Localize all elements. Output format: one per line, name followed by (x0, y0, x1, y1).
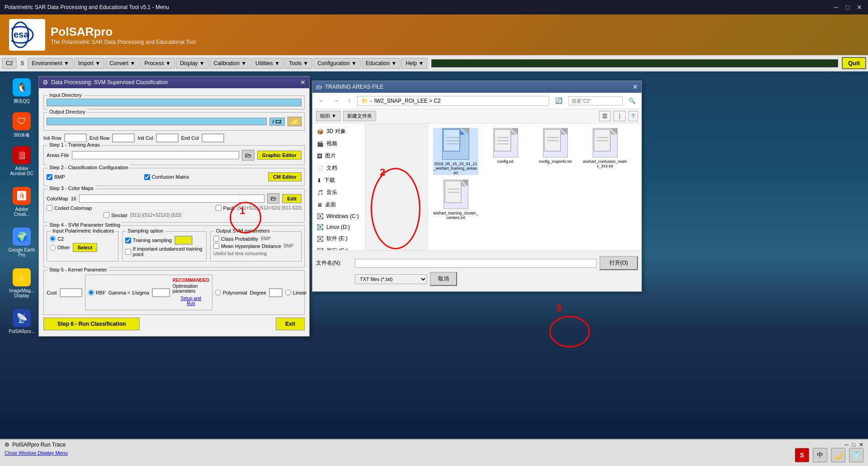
desktop-icon-360[interactable]: 🛡 360杀毒 (8, 112, 35, 138)
menu-tools[interactable]: Tools ▼ (285, 58, 312, 69)
gamma-field[interactable]: 1.0 (152, 288, 170, 297)
file-config[interactable]: config.txt (483, 128, 528, 175)
other-radio[interactable] (50, 245, 56, 251)
menu-calibration[interactable]: Calibration ▼ (210, 58, 251, 69)
menu-help[interactable]: Help ▼ (401, 58, 428, 69)
statusbar-close-btn[interactable]: ✕ (859, 442, 863, 448)
graphic-editor-btn[interactable]: Graphic Editor (257, 151, 302, 160)
sidebar-item-desktop[interactable]: 🖥 桌面 (312, 199, 365, 211)
sidebar-item-pics[interactable]: 🖼 图片 (312, 150, 365, 162)
menu-utilities[interactable]: Utilities ▼ (251, 58, 284, 69)
fb-details-btn[interactable]: ⋮ (613, 111, 626, 121)
fb-forward-btn[interactable]: → (330, 95, 342, 106)
desktop-icon-adobe[interactable]: 🅰 Adobe Creati... (8, 187, 35, 217)
training-sampling-checkbox[interactable] (125, 238, 131, 243)
fb-organize-btn[interactable]: 组织 ▼ (316, 111, 340, 121)
statusbar-maximize-btn[interactable]: □ (852, 442, 855, 448)
coded-colormap-checkbox-label[interactable]: Coded Colormap (47, 205, 92, 211)
confusion-matrix-label[interactable]: Confusion Matrix (144, 174, 189, 180)
desktop-icon-polsarpro[interactable]: 📡 PolSARpro... (8, 309, 35, 334)
select-button[interactable]: Select (73, 243, 97, 252)
close-button[interactable]: ✕ (855, 3, 863, 11)
fb-new-folder-btn[interactable]: 新建文件夹 (343, 111, 376, 121)
init-row-field[interactable]: 1 (64, 133, 87, 143)
output-browse-btn[interactable]: 📁 (288, 117, 302, 126)
fb-refresh-btn[interactable]: 🔄 (552, 95, 566, 106)
class-prob-checkbox[interactable] (213, 236, 219, 242)
fb-search-btn[interactable]: 🔍 (625, 95, 639, 106)
c2-badge[interactable]: C2 (2, 58, 17, 69)
fb-up-btn[interactable]: ↑ (345, 95, 354, 106)
sinclair-checkbox[interactable] (104, 212, 109, 218)
sidebar-item-music[interactable]: 🎵 音乐 (312, 186, 365, 199)
pauli-checkbox-label[interactable]: Pauli (216, 205, 234, 211)
svm-dialog-close[interactable]: ✕ (300, 79, 306, 86)
sidebar-item-software[interactable]: 💽 软件 (E:) (312, 233, 365, 245)
systray-icon-s[interactable]: S (795, 448, 809, 462)
menu-convert[interactable]: Convert ▼ (105, 58, 139, 69)
pauli-checkbox[interactable] (216, 205, 222, 211)
fb-back-btn[interactable]: ← (315, 95, 327, 106)
sidebar-item-downloads[interactable]: ⬇ 下载 (312, 174, 365, 186)
bmp-checkbox-label[interactable]: BMP (47, 174, 65, 180)
desktop-icon-acrobat[interactable]: 📕 Adobe Acrobat DC (8, 146, 35, 176)
end-row-field[interactable]: 1702 (112, 133, 135, 143)
sidebar-item-docs[interactable]: 📄 文档 (312, 162, 365, 174)
exit-btn[interactable]: Exit (276, 318, 305, 330)
c2-radio[interactable] (50, 236, 56, 242)
setup-run-btn[interactable]: Setup and Run (173, 295, 209, 307)
colormap-browse-btn[interactable]: 🗁 (267, 193, 279, 204)
polynomial-radio[interactable] (215, 290, 221, 295)
file-wishart-training-centers[interactable]: wishart_training_cluster_centers.txt (433, 180, 478, 220)
desktop-icon-imagemag[interactable]: 🌟 ImageMag... Display (8, 268, 35, 298)
areas-file-browse-btn[interactable]: 🗁 (242, 150, 255, 161)
degree-field[interactable] (269, 288, 283, 297)
menu-environment[interactable]: Environment ▼ (28, 58, 73, 69)
statusbar-minimize-btn[interactable]: ─ (844, 442, 849, 448)
menu-process[interactable]: Process ▼ (140, 58, 175, 69)
file-config-mapinfo[interactable]: config_mapinfo.txt (533, 128, 578, 175)
training-sampling-field[interactable]: 500 (175, 236, 193, 245)
end-col-field[interactable]: 4050 (202, 133, 224, 143)
rbf-radio[interactable] (88, 290, 94, 295)
areas-file-field[interactable]: Config/svm_training_areas.txt (72, 151, 239, 159)
fb-open-btn[interactable]: 打开(O) (599, 256, 638, 270)
sidebar-item-3d[interactable]: 📦 3D 对象 (312, 125, 365, 138)
fb-view-btn[interactable]: ☰ (599, 111, 611, 121)
input-dir-field[interactable]: G:/chongmingdao/S1A_IW_SLC__1SDV_2018050… (47, 99, 302, 106)
cost-field[interactable]: 100 (60, 288, 82, 297)
minimize-button[interactable]: ─ (832, 3, 840, 11)
run-classification-btn[interactable]: Step 6 - Run Classification (43, 318, 140, 330)
sidebar-item-windows[interactable]: 💽 Windows (C:) (312, 211, 365, 222)
init-col-field[interactable]: 1 (156, 133, 179, 143)
linear-radio[interactable] (285, 290, 291, 295)
file-wishart-confusion[interactable]: wishart_confusion_matrix_3x3.txt (582, 128, 627, 175)
file-wishart-training-areas[interactable]: 2019_05_15_15_41_11_wishart_training_are… (433, 128, 478, 175)
systray-icon-shirt[interactable]: 👕 (849, 448, 863, 462)
fb-search-field[interactable] (568, 96, 623, 105)
fb-help-btn[interactable]: ? (628, 111, 638, 121)
output-dir-field[interactable]: G:/chongmingdao/S1A_IW_SLC__1SDV_2018050… (47, 118, 267, 125)
menu-import[interactable]: Import ▼ (74, 58, 104, 69)
coded-colormap-checkbox[interactable] (47, 205, 52, 211)
sidebar-item-linux[interactable]: 💽 Linux (D:) (312, 222, 365, 233)
menu-education[interactable]: Education ▼ (362, 58, 401, 69)
sinclair-checkbox-label[interactable]: Sinclair (104, 212, 127, 218)
fb-filetype-select[interactable]: TXT files (*.txt) (355, 274, 427, 284)
menu-configuration[interactable]: Configuration ▼ (313, 58, 361, 69)
sidebar-item-other[interactable]: 💽 其它 (G:) (312, 245, 365, 250)
desktop-icon-earthpro[interactable]: 🌍 Google Earth Pro (8, 228, 35, 257)
desktop-icon-qq[interactable]: 🐧 腾讯QQ (8, 78, 35, 105)
sidebar-item-video[interactable]: 🎬 视频 (312, 138, 365, 150)
menu-display[interactable]: Display ▼ (176, 58, 209, 69)
systray-icon-moon[interactable]: 🌙 (831, 448, 845, 462)
systray-icon-zh[interactable]: 中 (813, 448, 827, 462)
colormap-path-field[interactable]: C:/Users/lidahui/AppData/Roaming/PolSARp… (79, 195, 264, 203)
mean-hyperplane-checkbox[interactable] (213, 243, 219, 249)
filebrowser-close-btn[interactable]: ✕ (632, 83, 638, 90)
fb-filename-field[interactable]: 2019_05_15_15_41_11_wishart_training_are… (355, 259, 597, 268)
quit-button[interactable]: Quit (842, 57, 866, 69)
confusion-matrix-checkbox[interactable] (144, 174, 150, 180)
fb-cancel-btn[interactable]: 取消 (430, 272, 457, 286)
maximize-button[interactable]: □ (844, 3, 852, 11)
